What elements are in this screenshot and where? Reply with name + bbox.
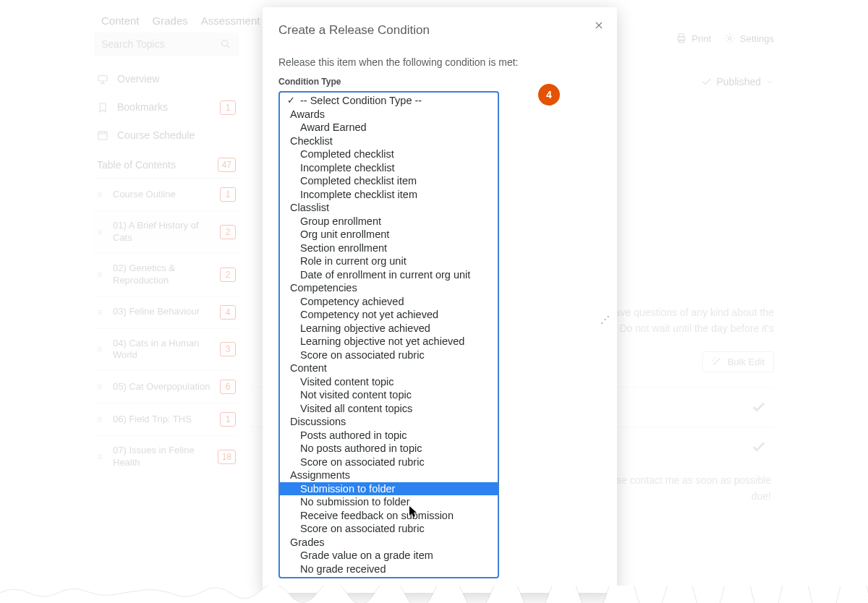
select-option[interactable]: Score on associated rubric: [280, 522, 498, 536]
drag-handle-icon[interactable]: ≡: [97, 227, 106, 237]
select-optgroup: Discussions: [280, 415, 498, 429]
nav-bookmarks[interactable]: Bookmarks 1: [94, 93, 239, 122]
drag-handle-icon[interactable]: ≡: [97, 452, 106, 462]
select-option[interactable]: Posts authored in topic: [280, 429, 498, 442]
bulk-edit-button[interactable]: Bulk Edit: [702, 351, 774, 372]
search-icon: [220, 38, 231, 50]
drag-handle-icon[interactable]: ≡: [97, 382, 106, 392]
toc-heading[interactable]: Table of Contents 47: [94, 149, 239, 178]
toc-item[interactable]: ≡03) Feline Behaviour4: [94, 296, 239, 328]
select-optgroup: Assignments: [280, 469, 498, 482]
wand-icon: [712, 356, 722, 367]
drag-handle-icon[interactable]: ≡: [97, 307, 106, 317]
toc-item[interactable]: ≡06) Field Trip: THS1: [94, 403, 239, 435]
tab-assessments[interactable]: Assessment: [201, 14, 260, 27]
select-optgroup: Classlist: [280, 201, 498, 215]
nav-course-schedule[interactable]: Course Schedule: [94, 122, 239, 150]
count-badge: 47: [218, 158, 236, 172]
resize-handle-icon[interactable]: ⋰: [600, 314, 610, 325]
svg-rect-4: [679, 34, 684, 37]
select-option[interactable]: Score on associated rubric: [280, 348, 498, 362]
select-option[interactable]: Role in current org unit: [280, 255, 498, 268]
select-option[interactable]: Award Earned: [280, 121, 498, 134]
count-badge: 1: [220, 412, 236, 427]
toc-item-label: 05) Cat Overpopulation: [113, 381, 213, 393]
count-badge: 2: [220, 268, 236, 282]
drag-handle-icon[interactable]: ≡: [97, 414, 106, 424]
toc-item[interactable]: ≡05) Cat Overpopulation6: [94, 370, 239, 403]
svg-rect-5: [679, 40, 684, 43]
check-icon: [701, 76, 712, 87]
search-placeholder: Search Topics: [101, 38, 220, 50]
settings-button[interactable]: Settings: [724, 33, 774, 44]
count-badge: 18: [218, 450, 236, 464]
select-option[interactable]: -- Select Condition Type --: [280, 94, 498, 108]
select-option[interactable]: Section enrollment: [280, 241, 498, 255]
tab-grades[interactable]: Grades: [153, 14, 188, 27]
svg-point-0: [222, 40, 228, 46]
select-option[interactable]: Incomplete checklist item: [280, 188, 498, 202]
close-button[interactable]: [594, 20, 604, 33]
print-icon: [676, 33, 687, 44]
select-option[interactable]: Learning objective achieved: [280, 322, 498, 335]
toc-item-label: 06) Field Trip: THS: [113, 414, 213, 426]
toc-item[interactable]: ≡02) Genetics & Reproduction2: [94, 253, 239, 296]
nav-overview[interactable]: Overview: [94, 66, 239, 93]
search-topics-input[interactable]: Search Topics: [94, 33, 239, 56]
drag-handle-icon[interactable]: ≡: [97, 189, 106, 200]
drag-handle-icon[interactable]: ≡: [97, 270, 106, 280]
select-option[interactable]: Org unit enrollment: [280, 228, 498, 241]
condition-type-select[interactable]: -- Select Condition Type --AwardsAward E…: [278, 91, 499, 578]
select-option[interactable]: Visited all content topics: [280, 402, 498, 416]
select-option[interactable]: Group enrollment: [280, 215, 498, 228]
svg-rect-2: [98, 132, 107, 140]
close-icon: [594, 20, 604, 30]
select-option[interactable]: Completed checklist item: [280, 174, 498, 188]
select-option[interactable]: Receive feedback on submission: [280, 509, 498, 523]
checkmark-icon: [751, 439, 767, 455]
chevron-down-icon: [765, 77, 774, 86]
select-option[interactable]: Competency not yet achieved: [280, 308, 498, 322]
select-option[interactable]: Competency achieved: [280, 295, 498, 309]
drag-handle-icon[interactable]: ≡: [97, 344, 106, 354]
select-option[interactable]: No posts authored in topic: [280, 442, 498, 456]
select-option[interactable]: Score on associated rubric: [280, 456, 498, 469]
torn-edge-decoration: [0, 586, 868, 603]
sidebar: Search Topics Overview Bookmarks 1 Cours…: [94, 33, 239, 505]
cursor-icon: [409, 505, 419, 518]
select-option[interactable]: Visited content topic: [280, 375, 498, 389]
step-indicator: 4: [538, 84, 560, 106]
count-badge: 2: [220, 225, 236, 239]
select-option[interactable]: Date of enrollment in current org unit: [280, 268, 498, 282]
count-badge: 4: [220, 305, 236, 320]
select-option[interactable]: Incomplete checklist: [280, 161, 498, 175]
select-option[interactable]: Completed checklist: [280, 147, 498, 161]
select-option[interactable]: Not visited content topic: [280, 388, 498, 402]
count-badge: 6: [220, 380, 236, 394]
select-option[interactable]: No submission to folder: [280, 495, 498, 509]
svg-point-6: [728, 37, 731, 40]
toc-item-label: 03) Feline Behaviour: [113, 306, 213, 318]
bookmark-icon: [97, 102, 109, 114]
toc-item-label: 04) Cats in a Human World: [113, 338, 213, 362]
modal-create-release-condition: Create a Release Condition Release this …: [263, 7, 617, 593]
toc-item[interactable]: ≡01) A Brief History of Cats2: [94, 210, 239, 253]
tab-content[interactable]: Content: [101, 14, 140, 27]
toc-item-label: 07) Issues in Feline Health: [113, 445, 210, 469]
select-option[interactable]: Learning objective not yet achieved: [280, 335, 498, 348]
gear-icon: [724, 33, 736, 44]
toc-item[interactable]: ≡07) Issues in Feline Health18: [94, 435, 239, 478]
toc-item[interactable]: ≡Course Outline1: [94, 178, 239, 210]
modal-title: Create a Release Condition: [278, 23, 601, 38]
checkmark-icon: [751, 399, 767, 415]
select-option[interactable]: No grade received: [280, 563, 498, 576]
published-dropdown[interactable]: Published: [701, 76, 775, 87]
toc-item-label: 01) A Brief History of Cats: [113, 220, 213, 244]
select-option[interactable]: Grade value on a grade item: [280, 549, 498, 563]
modal-subtitle: Release this item when the following con…: [278, 56, 601, 68]
select-optgroup: Grades: [280, 536, 498, 549]
toc-item[interactable]: ≡04) Cats in a Human World3: [94, 328, 239, 371]
print-button[interactable]: Print: [676, 33, 711, 44]
svg-rect-1: [98, 75, 107, 80]
select-option[interactable]: Submission to folder: [280, 482, 498, 496]
